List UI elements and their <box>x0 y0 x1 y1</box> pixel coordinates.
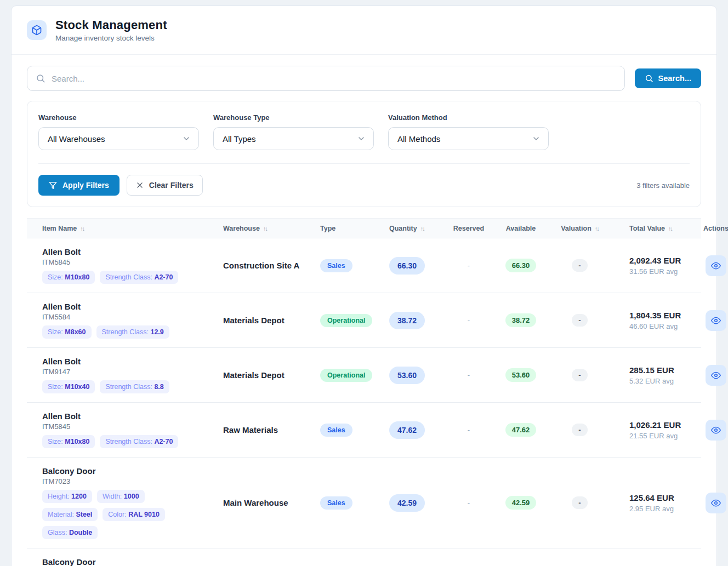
sort-icon[interactable]: ↑↓ <box>263 225 267 232</box>
reserved-cell: - <box>444 499 493 507</box>
page-header-text: Stock Management Manage inventory stock … <box>55 18 167 42</box>
actions-cell <box>699 255 728 276</box>
table-row: Balcony DoorITM7023Height: 1200Width: 10… <box>27 458 701 548</box>
column-header-actions: Actions <box>699 225 728 232</box>
view-item-button[interactable] <box>706 420 726 441</box>
clear-filters-label: Clear Filters <box>149 181 194 190</box>
sort-icon[interactable]: ↑↓ <box>80 225 84 232</box>
reserved-cell: - <box>444 261 493 270</box>
available-pill: 66.30 <box>505 259 537 272</box>
attribute-value: M8x60 <box>65 328 86 336</box>
attribute-chip: Height: 1200 <box>42 490 92 503</box>
attribute-chip: Strength Class: A2-70 <box>100 271 178 284</box>
type-badge: Sales <box>320 496 352 510</box>
average-value: 2.95 EUR avg <box>629 505 699 513</box>
type-badge: Sales <box>320 259 352 272</box>
quantity-cell: 66.30 <box>389 257 444 275</box>
column-header-label: Item Name <box>42 225 77 232</box>
actions-cell <box>699 310 728 331</box>
item-name: Allen Bolt <box>42 247 200 256</box>
eye-icon <box>711 498 721 508</box>
view-item-button[interactable] <box>706 310 726 331</box>
page-title: Stock Management <box>55 18 167 32</box>
search-button-label: Search... <box>658 74 691 83</box>
item-name: Balcony Door <box>42 466 200 476</box>
attribute-label: Strength Class: <box>105 273 154 281</box>
valuation-pill: - <box>572 259 587 272</box>
actions-cell <box>699 493 728 513</box>
column-header-valuation[interactable]: Valuation↑↓ <box>548 225 611 232</box>
attribute-chip: Size: M8x60 <box>42 325 92 339</box>
column-header-available: Available <box>493 225 548 232</box>
sort-icon[interactable]: ↑↓ <box>668 225 672 232</box>
total-value: 1,026.21 EUR <box>629 420 699 430</box>
apply-filters-button[interactable]: Apply Filters <box>38 175 120 196</box>
eye-icon <box>711 261 721 271</box>
filters-panel: WarehouseAll WarehousesWarehouse TypeAll… <box>27 101 701 207</box>
item-cell: Balcony DoorITM7023Height: 1200Width: 10… <box>27 548 208 566</box>
funnel-icon <box>49 181 57 190</box>
attribute-value: M10x40 <box>65 383 89 391</box>
attribute-chip: Material: Steel <box>42 508 98 521</box>
type-badge: Operational <box>320 369 372 382</box>
warehouse-cell: Materials Depot <box>208 370 320 380</box>
sort-icon[interactable]: ↑↓ <box>420 225 424 232</box>
filter-label: Valuation Method <box>388 113 549 122</box>
type-badge: Operational <box>320 314 372 327</box>
eye-icon <box>711 370 721 380</box>
view-item-button[interactable] <box>706 255 726 276</box>
eye-icon <box>711 316 721 325</box>
valuation-pill: - <box>572 496 587 509</box>
column-header-quantity[interactable]: Quantity↑↓ <box>389 225 444 232</box>
reserved-cell: - <box>444 426 493 434</box>
filter-label: Warehouse <box>38 113 199 122</box>
search-button[interactable]: Search... <box>635 68 701 88</box>
filter-select-0[interactable]: All Warehouses <box>38 127 199 150</box>
table-body: Allen BoltITM5845Size: M10x80Strength Cl… <box>27 238 701 566</box>
filter-select-1[interactable]: All Types <box>213 127 374 150</box>
page-subtitle: Manage inventory stock levels <box>55 34 167 42</box>
attribute-label: Strength Class: <box>105 383 154 391</box>
content: Search... WarehouseAll WarehousesWarehou… <box>12 55 716 566</box>
reserved-cell: - <box>444 316 493 324</box>
column-header-total-value[interactable]: Total Value↑↓ <box>611 225 699 232</box>
search-icon <box>36 73 46 83</box>
item-cell: Allen BoltITM5584Size: M8x60Strength Cla… <box>27 293 208 347</box>
attribute-label: Size: <box>48 383 65 391</box>
column-header-reserved: Reserved <box>444 225 493 232</box>
valuation-cell: - <box>548 369 611 381</box>
table-row: Balcony DoorITM7023Height: 1200Width: 10… <box>27 548 701 566</box>
item-cell: Allen BoltITM9147Size: M10x40Strength Cl… <box>27 348 208 402</box>
reserved-cell: - <box>444 371 493 379</box>
item-name: Allen Bolt <box>42 302 200 311</box>
attribute-chips: Size: M10x40Strength Class: 8.8 <box>42 380 200 393</box>
attribute-chip: Strength Class: 8.8 <box>100 380 169 393</box>
filter-select-2[interactable]: All Methods <box>388 127 549 150</box>
quantity-cell: 53.60 <box>389 367 444 384</box>
attribute-label: Material: <box>48 511 76 518</box>
column-header-type: Type <box>320 225 389 232</box>
search-box <box>27 66 625 91</box>
attribute-value: Steel <box>76 511 92 518</box>
column-header-label: Available <box>506 225 536 232</box>
column-header-warehouse[interactable]: Warehouse↑↓ <box>208 225 320 232</box>
filters-divider <box>38 163 690 164</box>
stock-management-card: Stock Management Manage inventory stock … <box>11 5 717 566</box>
actions-cell <box>699 420 728 441</box>
attribute-chip: Color: RAL 9010 <box>103 508 165 521</box>
total-value: 2,092.43 EUR <box>629 256 699 265</box>
eye-icon <box>711 425 721 435</box>
attribute-chip: Strength Class: 12.9 <box>96 325 169 339</box>
page-header: Stock Management Manage inventory stock … <box>12 6 716 55</box>
attribute-value: 1200 <box>71 493 87 500</box>
average-value: 21.55 EUR avg <box>629 432 699 440</box>
view-item-button[interactable] <box>706 493 726 513</box>
sort-icon[interactable]: ↑↓ <box>595 225 599 232</box>
item-cell: Allen BoltITM5845Size: M10x80Strength Cl… <box>27 403 208 457</box>
clear-filters-button[interactable]: Clear Filters <box>127 175 203 196</box>
attribute-chips: Height: 1200Width: 1000Material: SteelCo… <box>42 490 200 539</box>
view-item-button[interactable] <box>706 365 726 386</box>
type-cell: Sales <box>320 259 389 272</box>
column-header-item-name[interactable]: Item Name↑↓ <box>27 225 208 232</box>
search-input[interactable] <box>27 66 625 91</box>
